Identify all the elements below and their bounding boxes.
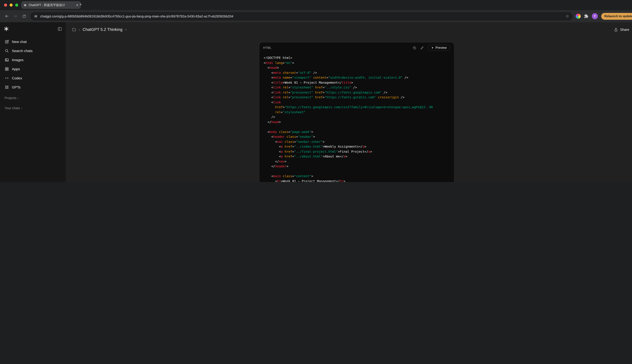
sidebar-section-projects[interactable]: Projects › [4,96,61,100]
code-line: <main class="content"> [264,174,450,178]
code-line: <a href="../final-project.html">Final Pr… [264,149,450,154]
preview-button[interactable]: Preview [428,45,450,51]
browser-tab-strip: ChatGPT - 郭嘉亮平面设计 ✕ + [0,0,632,10]
chevron-right-icon: › [21,106,22,110]
code-line: </header> [264,164,450,169]
sidebar-item-label: Search chats [12,49,32,53]
code-content: <!DOCTYPE html><html lang="en"> <head> <… [260,53,454,182]
extensions-puzzle-icon[interactable] [584,14,588,18]
code-line: /> [264,114,450,120]
code-line [264,124,450,129]
codex-terminal-icon [4,76,9,80]
forward-button[interactable] [11,12,20,20]
sidebar-item-label: Apps [12,67,20,71]
code-line: <!DOCTYPE html> [264,55,450,60]
model-selector[interactable]: ChatGPT 5.2 Thinking [82,27,128,32]
code-line: <h1>Week 01 – Project Management</h1> [264,178,450,182]
main-area: › ChatGPT 5.2 Thinking Share HTML [66,22,632,182]
new-chat-icon [4,40,9,44]
share-label: Share [620,28,629,32]
tab-close-icon[interactable]: ✕ [76,4,78,7]
browser-toolbar: chatgpt.com/g/g-p-680b5bb894b08191bb3fe9… [0,10,632,22]
url-text: chatgpt.com/g/g-p-680b5bb894b08191bb3fe9… [40,14,563,18]
chatgpt-logo-icon [4,26,9,32]
site-settings-icon[interactable] [34,14,38,18]
sidebar-item-codex[interactable]: Codex [2,74,64,83]
code-line: <link [264,100,450,105]
code-line: href="https://fonts.googleapis.com/css2?… [264,105,450,110]
conversation-scroll-area[interactable]: HTML Preview <!DOCTYPE html><html lang="… [66,37,632,182]
gpts-grid-icon [4,85,9,90]
sidebar-item-label: Codex [12,76,22,80]
sidebar-item-new-chat[interactable]: New chat [2,37,64,46]
code-line: <title>Week 01 – Project Management</tit… [264,80,450,85]
sidebar-top [0,22,66,36]
preview-label: Preview [436,46,447,50]
extension-icon-colorful[interactable] [576,14,580,19]
minimize-window-button[interactable] [10,4,13,6]
apps-grid-icon [4,67,9,71]
code-line: <meta name="viewport" content="width=dev… [264,75,450,80]
code-line: <link rel="preconnect" href="https://fon… [264,90,450,95]
code-line: <a href="../about.html">About me</a> [264,154,450,159]
your-chats-label: Your chats [4,106,20,110]
toolbar-right-cluster: Y Relaunch to update [576,13,632,20]
sidebar-item-label: New chat [12,40,27,44]
code-line: <a href="../index.html">Weekly Assignmen… [264,144,450,149]
chevron-right-icon: › [18,96,19,100]
bookmark-star-icon[interactable]: ☆ [566,14,569,18]
address-bar[interactable]: chatgpt.com/g/g-p-680b5bb894b08191bb3fe9… [30,12,572,20]
code-line: </nav> [264,159,450,164]
code-language-label: HTML [263,46,409,49]
project-folder-icon[interactable] [72,27,76,32]
code-line: <meta charset="utf-8" /> [264,70,450,75]
code-line: <nav class="navbar-inner"> [264,139,450,144]
sidebar-item-label: Images [12,58,24,62]
browser-profile-avatar[interactable]: Y [592,13,598,19]
sidebar-item-apps[interactable]: Apps [2,64,64,74]
share-button[interactable]: Share [611,26,632,33]
breadcrumb-chevron: › [79,28,80,32]
close-window-button[interactable] [4,4,7,6]
images-icon [4,58,9,62]
back-button[interactable] [2,12,11,20]
code-line: </head> [264,120,450,124]
new-tab-button[interactable]: + [80,2,82,7]
copy-code-icon[interactable] [412,46,416,50]
sidebar-item-search-chats[interactable]: Search chats [2,46,64,55]
chat-header: › ChatGPT 5.2 Thinking Share [66,22,632,37]
code-block-card: HTML Preview <!DOCTYPE html><html lang="… [259,42,454,182]
code-line: <header class="navbar"> [264,134,450,139]
play-icon [431,46,434,49]
sidebar-item-images[interactable]: Images [2,55,64,64]
chatgpt-favicon [24,4,27,7]
sidebar-section-your-chats[interactable]: Your chats › [4,106,61,110]
code-line: <body class="page-week"> [264,129,450,134]
sidebar-menu: New chat Search chats Images Apps Codex … [0,36,66,92]
sidebar: New chat Search chats Images Apps Codex … [0,22,66,182]
code-line: <html lang="en"> [264,60,450,65]
relaunch-to-update-chip[interactable]: Relaunch to update [601,13,632,20]
code-line: rel="stylesheet" [264,110,450,114]
screen: ChatGPT - 郭嘉亮平面设计 ✕ + chatgpt.com/g/g-p-… [0,0,632,182]
reload-button[interactable] [20,12,28,20]
tab-title: ChatGPT - 郭嘉亮平面设计 [28,3,74,7]
projects-label: Projects [4,96,16,100]
window-controls [4,4,18,6]
zoom-window-button[interactable] [15,4,18,6]
edit-code-icon[interactable] [420,46,424,50]
code-block-header: HTML Preview [260,43,454,53]
search-icon [4,48,9,53]
sidebar-item-label: GPTs [12,85,20,89]
code-line: <head> [264,65,450,70]
sidebar-item-gpts[interactable]: GPTs [2,83,64,92]
collapse-sidebar-icon[interactable] [58,26,62,31]
share-icon [614,28,618,32]
code-line: <link rel="stylesheet" href="../style.cs… [264,85,450,90]
code-line: <link rel="preconnect" href="https://fon… [264,95,450,100]
code-line [264,169,450,174]
browser-tab[interactable]: ChatGPT - 郭嘉亮平面设计 ✕ [21,1,81,9]
chevron-down-icon [124,28,128,31]
model-title-text: ChatGPT 5.2 Thinking [82,27,122,32]
